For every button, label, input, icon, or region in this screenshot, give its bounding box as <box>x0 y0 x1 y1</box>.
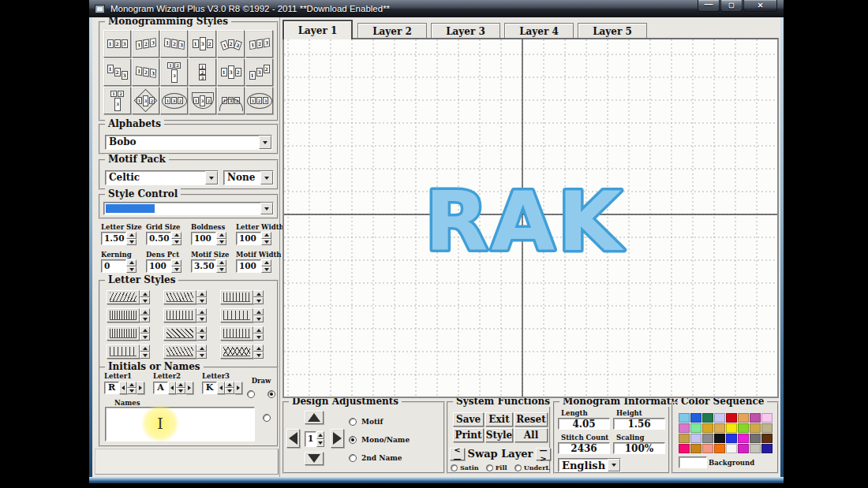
spin-up-button[interactable] <box>176 382 185 388</box>
style-control-select[interactable] <box>103 202 274 215</box>
dropdown-arrow-button[interactable] <box>260 171 273 184</box>
nudge-step-spinner[interactable] <box>316 431 324 447</box>
color-swatch-14[interactable] <box>738 423 749 433</box>
spin-down-button[interactable] <box>196 297 207 304</box>
spin-up-button[interactable] <box>196 326 207 333</box>
spin-down-button[interactable] <box>140 297 150 304</box>
motif-pack-select[interactable]: Celtic <box>105 170 219 185</box>
spin-up-button[interactable] <box>126 232 137 239</box>
monogram-style-button[interactable]: 123 <box>132 58 159 86</box>
spin-down-button[interactable] <box>216 266 226 274</box>
spin-down-button[interactable] <box>196 315 207 322</box>
spin-down-button[interactable] <box>196 352 207 359</box>
reset-button[interactable]: Reset <box>514 412 548 427</box>
spin-down-button[interactable] <box>316 439 324 447</box>
spin-up-button[interactable] <box>140 308 150 315</box>
color-swatch-11[interactable] <box>702 423 713 433</box>
letter-input[interactable]: A <box>153 382 168 394</box>
tab-layer-4[interactable]: Layer 4 <box>504 23 574 39</box>
spin-down-button[interactable] <box>225 388 234 394</box>
design-canvas[interactable]: RAK <box>282 38 779 398</box>
color-swatch-13[interactable] <box>726 423 737 433</box>
color-swatch-31[interactable] <box>750 444 761 453</box>
prev-letter-button[interactable] <box>168 382 176 394</box>
next-letter-button[interactable] <box>137 382 144 394</box>
color-swatch-25[interactable] <box>679 444 690 453</box>
monogram-style-button[interactable]: 132 <box>160 87 188 114</box>
monogram-style-button[interactable]: 123 <box>245 87 273 114</box>
parameter-value-input[interactable]: 100 <box>236 259 261 273</box>
radio-mono-name[interactable] <box>349 436 357 444</box>
spin-down-button[interactable] <box>253 315 264 322</box>
swap-layer-right-button[interactable]: —> <box>536 448 551 460</box>
spin-down-button[interactable] <box>196 333 207 341</box>
letter-style-spinner[interactable] <box>140 290 150 304</box>
radio-motif[interactable] <box>349 418 357 426</box>
nudge-right-button[interactable] <box>331 429 344 448</box>
prev-letter-button[interactable] <box>217 382 225 394</box>
color-swatch-19[interactable] <box>702 434 713 443</box>
close-button[interactable]: ✕ <box>743 0 777 12</box>
dropdown-arrow-button[interactable] <box>259 136 271 149</box>
letter-style-button-bars-tall-center[interactable] <box>163 308 196 322</box>
swap-layer-left-button[interactable]: <— <box>450 448 465 460</box>
letter-style-button-bars-uniform[interactable] <box>107 326 140 341</box>
parameter-spinner[interactable] <box>216 259 226 273</box>
parameter-value-input[interactable]: 1.50 <box>101 232 126 245</box>
parameter-spinner[interactable] <box>126 232 137 245</box>
letter-input[interactable]: R <box>104 382 119 394</box>
letter-spinner[interactable] <box>127 382 137 394</box>
color-swatch-30[interactable] <box>738 444 749 453</box>
parameter-spinner[interactable] <box>261 259 271 273</box>
letter-style-button-bars-rising[interactable] <box>220 290 253 304</box>
exit-button[interactable]: Exit <box>485 412 513 427</box>
color-swatch-29[interactable] <box>726 444 737 453</box>
spin-up-button[interactable] <box>171 232 181 239</box>
color-swatch-6[interactable] <box>738 413 749 423</box>
spin-down-button[interactable] <box>171 266 181 274</box>
spin-down-button[interactable] <box>140 333 150 341</box>
letter-style-button-diagonal-left[interactable] <box>163 326 196 341</box>
letter-style-spinner[interactable] <box>253 345 264 359</box>
spin-down-button[interactable] <box>140 352 150 359</box>
spin-up-button[interactable] <box>253 326 264 333</box>
color-swatch-3[interactable] <box>702 413 713 423</box>
color-swatch-20[interactable] <box>714 434 725 443</box>
letter-style-button-arc-fan[interactable] <box>107 290 140 304</box>
monogram-style-button[interactable]: 123 <box>103 87 131 114</box>
letter-style-spinner[interactable] <box>196 308 207 322</box>
parameter-spinner[interactable] <box>216 232 226 245</box>
color-swatch-16[interactable] <box>761 423 773 433</box>
color-swatch-12[interactable] <box>714 423 725 433</box>
draw-radio-1[interactable] <box>247 390 255 398</box>
title-bar[interactable]: Monogram Wizard Plus V3.0 R8 ©1992 - 201… <box>89 0 784 17</box>
color-swatch-8[interactable] <box>761 413 773 423</box>
monogram-style-button[interactable]: 132 <box>132 87 159 114</box>
background-color-swatch[interactable] <box>679 456 707 468</box>
letter-spinner[interactable] <box>225 382 234 394</box>
spin-up-button[interactable] <box>127 382 137 388</box>
monogram-style-button[interactable]: 132 <box>217 87 245 114</box>
spin-up-button[interactable] <box>216 232 226 239</box>
all-button[interactable]: All <box>514 428 548 442</box>
nudge-left-button[interactable] <box>286 429 300 448</box>
monogram-style-button[interactable]: 123 <box>132 30 159 58</box>
parameter-spinner[interactable] <box>126 259 137 273</box>
minimize-button[interactable]: — <box>698 0 720 12</box>
letter-style-spinner[interactable] <box>140 308 150 322</box>
next-letter-button[interactable] <box>234 382 242 394</box>
parameter-value-input[interactable]: 100 <box>236 232 261 245</box>
tab-layer-3[interactable]: Layer 3 <box>431 23 500 39</box>
save-button[interactable]: Save <box>453 412 484 427</box>
parameter-value-input[interactable]: 0.50 <box>146 232 171 245</box>
letter-style-button-bars-even[interactable] <box>107 308 140 322</box>
monogram-style-button[interactable]: 123 <box>160 30 188 58</box>
dropdown-arrow-button[interactable] <box>608 459 620 471</box>
dropdown-arrow-button[interactable] <box>260 203 273 214</box>
color-swatch-7[interactable] <box>750 413 761 423</box>
letter-style-spinner[interactable] <box>253 308 264 322</box>
monogram-style-button[interactable]: 132 <box>189 87 216 114</box>
monogram-preview-text[interactable]: RAK <box>425 173 624 270</box>
nudge-step-value[interactable]: 1 <box>305 431 316 447</box>
radio-underl[interactable] <box>514 464 522 471</box>
